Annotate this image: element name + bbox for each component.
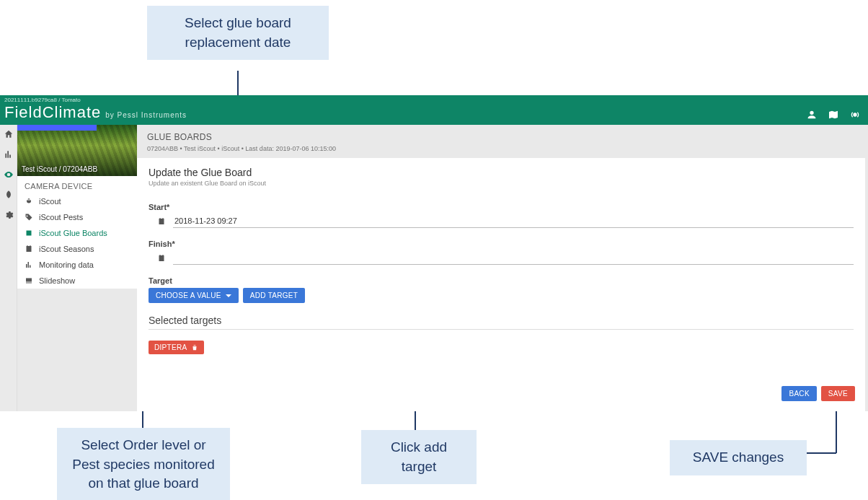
sidebar-item-iscout[interactable]: iScout — [17, 193, 137, 209]
device-image: Test iScout / 07204ABB — [17, 125, 137, 176]
add-target-button[interactable]: ADD TARGET — [243, 288, 306, 303]
sidebar-item-slideshow[interactable]: Slideshow — [17, 273, 137, 289]
card-subtitle: Update an existent Glue Board on iScout — [149, 180, 854, 187]
trash-icon — [191, 344, 198, 351]
slides-icon — [25, 276, 33, 285]
sidebar: Test iScout / 07204ABB CAMERA DEVICE iSc… — [17, 125, 137, 289]
broadcast-icon[interactable] — [849, 109, 861, 120]
topbar: 20211111.b9279ca8 / Tomato FieldClimate … — [0, 95, 868, 125]
target-chip-label: DIPTERA — [154, 343, 187, 351]
chart-icon — [25, 260, 33, 269]
sidebar-item-label: iScout — [39, 197, 61, 206]
sidebar-item-label: iScout Seasons — [39, 245, 94, 253]
device-status-badge — [17, 125, 97, 131]
selected-targets-title: Selected targets — [149, 315, 854, 330]
sidebar-section-title: CAMERA DEVICE — [17, 176, 137, 193]
target-button-row: CHOOSE A VALUE ADD TARGET — [149, 288, 854, 303]
back-button[interactable]: BACK — [781, 386, 816, 401]
finish-input[interactable] — [173, 251, 854, 265]
breadcrumb: 07204ABB • Test iScout • iScout • Last d… — [137, 145, 865, 158]
svg-rect-6 — [27, 231, 32, 236]
calendar-icon — [25, 245, 33, 253]
sidebar-item-seasons[interactable]: iScout Seasons — [17, 241, 137, 257]
start-field-row — [149, 214, 854, 228]
logo: FieldClimate by Pessl Instruments — [4, 103, 187, 122]
sidebar-item-label: Slideshow — [39, 276, 75, 285]
card-title: Update the Glue Board — [149, 167, 854, 178]
logo-sub: by Pessl Instruments — [105, 111, 187, 119]
callout-bottom-left: Select Order level or Pest species monit… — [57, 428, 230, 500]
device-caption: Test iScout / 07204ABB — [22, 165, 97, 173]
start-input[interactable] — [173, 214, 854, 228]
calendar-icon — [157, 217, 166, 226]
sidebar-item-monitoring[interactable]: Monitoring data — [17, 257, 137, 273]
finish-field-row — [149, 251, 854, 265]
form-card: Update the Glue Board Update an existent… — [137, 158, 865, 411]
logo-main: FieldClimate — [4, 103, 101, 122]
page-title: GLUE BOARDS — [137, 125, 865, 145]
stats-icon[interactable] — [4, 149, 14, 159]
app-window: 20211111.b9279ca8 / Tomato FieldClimate … — [0, 95, 868, 411]
plant-icon[interactable] — [4, 190, 14, 200]
sidebar-item-label: iScout Pests — [39, 213, 83, 222]
sidebar-item-label: Monitoring data — [39, 260, 94, 269]
map-icon[interactable] — [828, 109, 839, 120]
target-chip[interactable]: DIPTERA — [149, 341, 204, 354]
topbar-icons — [806, 109, 861, 122]
eye-icon[interactable] — [4, 170, 14, 180]
choose-value-button[interactable]: CHOOSE A VALUE — [149, 288, 239, 303]
save-button[interactable]: SAVE — [821, 386, 855, 401]
callout-bottom-right: SAVE changes — [670, 440, 807, 475]
start-label: Start* — [149, 203, 854, 211]
tag-icon — [25, 213, 33, 222]
callout-bottom-mid: Click add target — [361, 430, 477, 484]
gear-icon[interactable] — [4, 210, 14, 220]
sidebar-item-label: iScout Glue Boards — [39, 229, 107, 237]
sidebar-item-glue-boards[interactable]: iScout Glue Boards — [17, 225, 137, 241]
left-rail — [0, 125, 17, 411]
target-label: Target — [149, 276, 854, 285]
main-panel: GLUE BOARDS 07204ABB • Test iScout • iSc… — [137, 125, 865, 411]
sidebar-item-pests[interactable]: iScout Pests — [17, 209, 137, 225]
build-line: 20211111.b9279ca8 / Tomato — [4, 97, 81, 103]
square-icon — [25, 229, 33, 237]
home-icon[interactable] — [4, 129, 14, 139]
bug-icon — [25, 197, 33, 206]
card-footer: BACK SAVE — [781, 386, 855, 401]
finish-label: Finish* — [149, 240, 854, 248]
calendar-icon — [157, 254, 166, 263]
user-icon[interactable] — [806, 109, 818, 120]
callout-top: Select glue board replacement date — [147, 6, 329, 60]
